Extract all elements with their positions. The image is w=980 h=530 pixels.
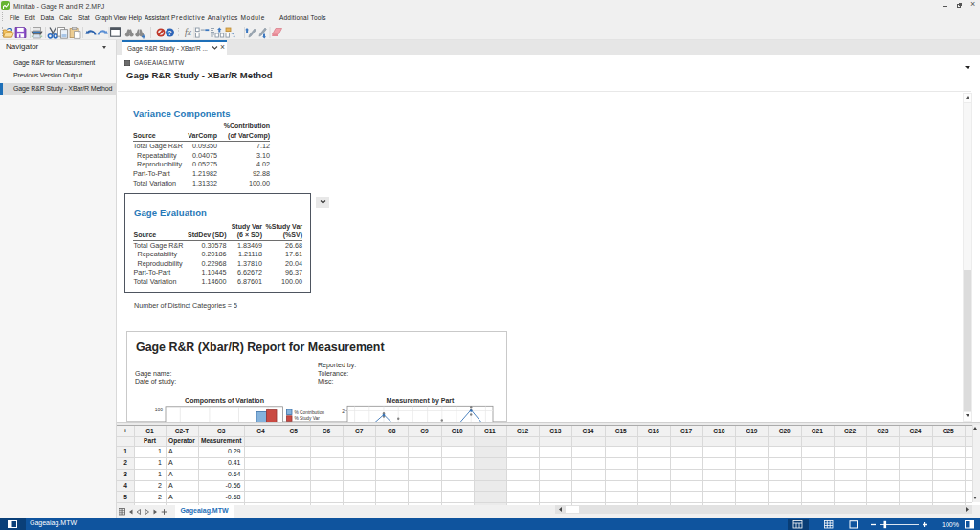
svg-text:% Study Var: % Study Var (295, 416, 321, 421)
svg-text:fx: fx (185, 28, 192, 37)
svg-text:% Contribution: % Contribution (295, 410, 325, 415)
svg-text:?: ? (167, 30, 171, 36)
svg-text:2: 2 (342, 409, 345, 414)
svg-text:100%: 100% (942, 521, 959, 528)
svg-text:100: 100 (155, 407, 164, 412)
